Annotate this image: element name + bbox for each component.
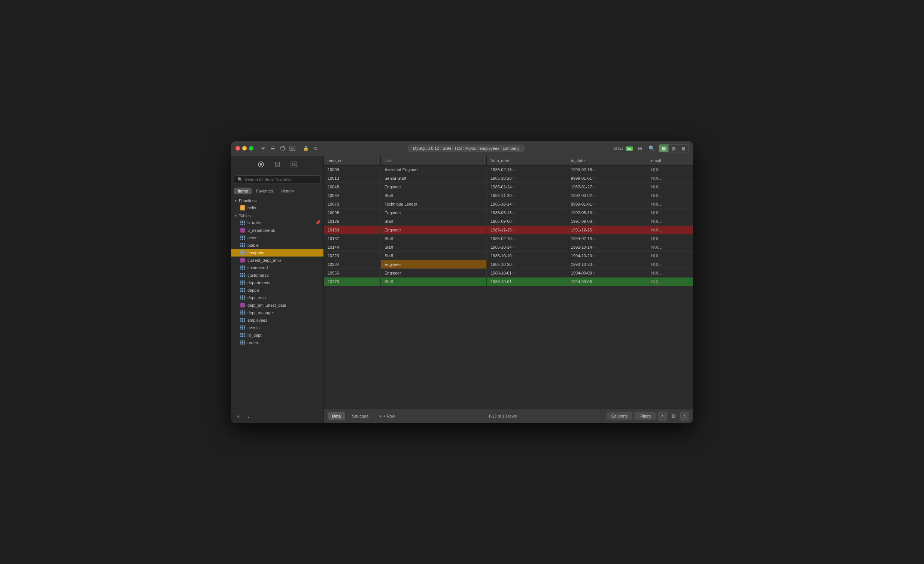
cell-title[interactable]: Assistant Engineer [381,165,487,174]
search-input[interactable] [245,177,317,182]
sort-arrows-icon[interactable]: ⇅ [513,168,515,171]
cell-title[interactable]: Staff [381,243,487,251]
cell-to_date[interactable]: 1994-02-18⇅ [567,234,647,243]
sidebar-item-employees[interactable]: employees [231,316,324,324]
table-row[interactable]: 10234Engineer1985-10-20⇅1993-10-30⇅NULL [324,260,693,268]
table-row[interactable]: 10223Staff1985-10-10⇅1994-10-20⇅NULL [324,251,693,260]
cell-to_date[interactable]: 1992-05-13⇅ [567,208,647,217]
table-row[interactable]: 10144Staff1985-10-14⇅1992-10-14⇅NULL [324,243,693,251]
db-icon[interactable] [279,144,286,152]
cell-email[interactable]: NULL [647,277,693,286]
cell-emp_no[interactable]: 10070 [324,200,381,208]
search-box[interactable]: 🔍 [234,175,321,184]
sort-arrows-icon[interactable]: ⇅ [592,220,595,223]
col-emp_no[interactable]: emp_no [324,156,381,165]
refresh-icon[interactable]: ↻ [312,144,320,152]
cell-from_date[interactable]: 1985-10-20⇅ [487,174,567,182]
cell-from_date[interactable]: 1985-02-18⇅ [487,165,567,174]
cell-emp_no[interactable]: 10133 [324,225,381,234]
lines-icon[interactable]: ☰ [269,144,277,152]
more-button[interactable]: ⌄ [244,412,253,420]
cell-email[interactable]: NULL [647,174,693,182]
table-row[interactable]: 10064Staff1985-11-20⇅1992-03-02⇅NULL [324,191,693,200]
sidebar-item-actor[interactable]: actor [231,234,324,242]
tab-items[interactable]: Items [234,188,252,194]
cell-emp_no[interactable]: 10137 [324,234,381,243]
cell-from_date[interactable]: 1988-10-01⇅ [487,268,567,277]
sidebar-icon-db[interactable] [272,159,283,170]
cell-email[interactable]: NULL [647,243,693,251]
cell-to_date[interactable]: 1994-09-08⇅ [567,277,647,286]
sort-arrows-icon[interactable]: ⇅ [513,177,515,180]
view-btn-2[interactable]: ▥ [669,144,678,152]
cell-emp_no[interactable]: 10556 [324,268,381,277]
table-row[interactable]: 10013Senior Staff1985-10-20⇅9999-01-01⇅N… [324,174,693,182]
cell-emp_no[interactable]: 10009 [324,165,381,174]
col-title[interactable]: title [381,156,487,165]
cell-emp_no[interactable]: 10064 [324,191,381,200]
cell-emp_no[interactable]: 10234 [324,260,381,268]
cell-email[interactable]: NULL [647,165,693,174]
cell-email[interactable]: NULL [647,217,693,225]
grid-icon[interactable]: ⊞ [636,144,644,152]
sort-arrows-icon[interactable]: ⇅ [513,194,515,197]
filters-button[interactable]: Filters [634,412,656,420]
functions-header[interactable]: ▼ Functions [231,197,324,204]
sort-arrows-icon[interactable]: ⇅ [592,194,595,197]
cell-title[interactable]: Engineer [381,208,487,217]
minimize-button[interactable] [242,146,247,150]
sort-arrows-icon[interactable]: ⇅ [513,237,515,240]
cell-email[interactable]: NULL [647,208,693,217]
sidebar-item-b_table[interactable]: b_table 📌 [231,219,324,226]
cell-emp_no[interactable]: 10775 [324,277,381,286]
sidebar-item-events[interactable]: events [231,324,324,332]
tab-data[interactable]: Data [328,412,345,420]
cell-emp_no[interactable]: 10048 [324,182,381,191]
sort-arrows-icon[interactable]: ⇅ [513,203,515,206]
sort-arrows-icon[interactable]: ⇅ [592,186,595,189]
sort-arrows-icon[interactable]: ⇅ [592,203,595,206]
cell-from_date[interactable]: 1985-05-13⇅ [487,208,567,217]
table-row[interactable]: 10098Engineer1985-05-13⇅1992-05-13⇅NULL [324,208,693,217]
cell-title[interactable]: Technique Leader [381,200,487,208]
sidebar-item-dept_emp[interactable]: dept_emp [231,294,324,302]
maximize-button[interactable] [249,146,254,150]
prev-page-button[interactable]: ‹ [658,412,667,421]
sidebar-item-customers2[interactable]: customers2 [231,272,324,279]
add-button[interactable]: + [234,412,242,420]
sql-icon[interactable]: SQL [289,144,296,152]
cell-title[interactable]: Staff [381,191,487,200]
sort-arrows-icon[interactable]: ⇅ [513,212,515,214]
cell-emp_no[interactable]: 10144 [324,243,381,251]
cell-title[interactable]: Staff [381,277,487,286]
cell-email[interactable]: NULL [647,234,693,243]
cell-from_date[interactable]: 1985-10-10⇅ [487,251,567,260]
view-btn-1[interactable]: ▤ [659,144,669,152]
cell-to_date[interactable]: 1987-01-27⇅ [567,182,647,191]
columns-button[interactable]: Columns [606,412,632,420]
sidebar-item-deppp[interactable]: deppp [231,286,324,294]
sidebar-item-dept_manager[interactable]: dept_manager [231,309,324,316]
next-page-button[interactable]: › [680,412,689,421]
sort-arrows-icon[interactable]: ⇅ [513,272,515,275]
cell-email[interactable]: NULL [647,191,693,200]
table-row[interactable]: 10009Assistant Engineer1985-02-18⇅1990-0… [324,165,693,174]
cell-to_date[interactable]: 1991-12-15⇅ [567,225,647,234]
sort-arrows-icon[interactable]: ⇅ [592,272,595,275]
settings-icon[interactable]: ⚙ [669,412,678,421]
cell-to_date[interactable]: 1994-10-20⇅ [567,251,647,260]
search-icon[interactable]: 🔍 [647,144,656,152]
cell-from_date[interactable]: 1985-10-20⇅ [487,260,567,268]
add-row-button[interactable]: + + Row [375,412,399,420]
cell-to_date[interactable]: 1990-02-18⇅ [567,165,647,174]
table-row[interactable]: 10775Staff1988-10-01⇅1994-09-08⇅NULL [324,277,693,286]
sort-arrows-icon[interactable]: ⇅ [592,168,595,171]
cell-title[interactable]: Engineer [381,182,487,191]
cell-title[interactable]: Staff [381,217,487,225]
sort-arrows-icon[interactable]: ⇅ [513,229,515,232]
cell-email[interactable]: NULL [647,251,693,260]
sidebar-icon-radio[interactable] [256,159,266,170]
cell-from_date[interactable]: 1985-09-08⇅ [487,217,567,225]
sort-arrows-icon[interactable]: ⇅ [592,229,595,232]
sidebar-item-orders[interactable]: orders [231,339,324,346]
